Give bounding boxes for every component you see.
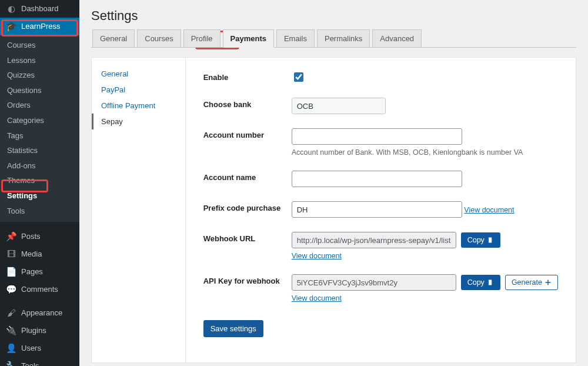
generate-label: Generate: [512, 278, 542, 287]
webhook-copy-button[interactable]: Copy: [461, 232, 500, 248]
pages-icon: 📄: [6, 267, 16, 277]
account-number-label: Account number: [203, 128, 292, 139]
submenu-quizzes[interactable]: Quizzes: [0, 68, 79, 83]
submenu-settings[interactable]: Settings: [0, 188, 79, 204]
menu-comments[interactable]: 💬 Comments: [0, 281, 79, 298]
tab-general[interactable]: General: [92, 29, 135, 47]
settings-card: General PayPal Offline Payment Sepay Ena…: [91, 57, 576, 363]
submenu-orders[interactable]: Orders: [0, 98, 79, 113]
copy-icon: [487, 237, 494, 244]
menu-posts[interactable]: 📌 Posts: [0, 228, 79, 245]
submenu-questions[interactable]: Questions: [0, 83, 79, 98]
apikey-label: API Key for webhook: [203, 274, 292, 285]
main-content: Settings General Courses Profile Payment…: [79, 0, 588, 366]
tab-payments[interactable]: Payments: [223, 29, 274, 48]
apikey-input[interactable]: [292, 274, 456, 291]
tab-emails[interactable]: Emails: [276, 29, 315, 47]
payments-subnav: General PayPal Offline Payment Sepay: [92, 58, 186, 362]
enable-label: Enable: [203, 71, 292, 82]
menu-label: LearnPress: [21, 22, 60, 31]
plus-icon: [544, 279, 552, 286]
save-settings-button[interactable]: Save settings: [203, 320, 263, 337]
tab-courses[interactable]: Courses: [137, 29, 181, 47]
pin-icon: 📌: [6, 231, 16, 242]
submenu-addons[interactable]: Add-ons: [0, 158, 79, 174]
tab-advanced[interactable]: Advanced: [372, 29, 422, 47]
webhook-url-input[interactable]: [292, 232, 456, 248]
submenu-courses[interactable]: Courses: [0, 38, 79, 53]
appearance-icon: 🖌: [6, 308, 16, 318]
choose-bank-label: Choose bank: [203, 98, 292, 109]
plugins-icon: 🔌: [6, 325, 16, 336]
prefix-label: Prefix code purchase: [203, 201, 292, 212]
menu-label: Plugins: [21, 326, 46, 335]
webhook-label: Webhook URL: [203, 232, 292, 243]
menu-tools[interactable]: 🔧 Tools: [0, 357, 79, 366]
webhook-doc-link[interactable]: View document: [292, 252, 342, 260]
menu-pages[interactable]: 📄 Pages: [0, 263, 79, 281]
tab-profile[interactable]: Profile: [183, 29, 220, 47]
submenu-lessons[interactable]: Lessons: [0, 53, 79, 68]
menu-label: Pages: [21, 267, 43, 277]
menu-media[interactable]: 🎞 Media: [0, 245, 79, 263]
learnpress-submenu: Courses Lessons Quizzes Questions Orders…: [0, 35, 79, 222]
dashboard-icon: ◐: [6, 4, 16, 14]
tools-icon: 🔧: [6, 361, 16, 366]
menu-label: Media: [21, 249, 42, 259]
comments-icon: 💬: [6, 284, 16, 295]
menu-dashboard[interactable]: ◐ Dashboard: [0, 0, 79, 18]
menu-appearance[interactable]: 🖌 Appearance: [0, 304, 79, 322]
copy-label: Copy: [467, 278, 485, 287]
menu-plugins[interactable]: 🔌 Plugins: [0, 322, 79, 340]
users-icon: 👤: [6, 343, 16, 354]
menu-label: Dashboard: [21, 4, 59, 14]
account-name-input[interactable]: [292, 171, 462, 187]
subnav-general[interactable]: General: [92, 66, 185, 82]
learnpress-icon: 🎓: [6, 21, 16, 32]
choose-bank-value: OCB: [297, 102, 313, 111]
apikey-generate-button[interactable]: Generate: [505, 275, 558, 290]
prefix-doc-link[interactable]: View document: [464, 206, 514, 214]
subnav-offline[interactable]: Offline Payment: [92, 98, 185, 114]
menu-label: Users: [21, 344, 41, 353]
prefix-input[interactable]: [292, 201, 462, 218]
menu-learnpress[interactable]: 🎓 LearnPress: [0, 18, 79, 35]
copy-icon: [487, 279, 494, 286]
tab-permalinks[interactable]: Permalinks: [317, 29, 370, 47]
account-number-hint: Account number of Bank. With MSB, OCB, K…: [292, 148, 558, 157]
menu-label: Comments: [21, 285, 58, 294]
subnav-paypal[interactable]: PayPal: [92, 82, 185, 98]
settings-tabs: General Courses Profile Payments Emails …: [91, 29, 576, 48]
account-name-label: Account name: [203, 171, 292, 182]
submenu-tags[interactable]: Tags: [0, 128, 79, 144]
submenu-statistics[interactable]: Statistics: [0, 143, 79, 158]
submenu-tools[interactable]: Tools: [0, 204, 79, 219]
enable-checkbox[interactable]: [294, 72, 303, 82]
menu-users[interactable]: 👤 Users: [0, 340, 79, 357]
admin-sidebar: ◐ Dashboard 🎓 LearnPress Courses Lessons…: [0, 0, 79, 366]
menu-label: Appearance: [21, 308, 62, 318]
sepay-form: Enable Choose bank OCB Account number Ac…: [186, 58, 576, 362]
submenu-categories[interactable]: Categories: [0, 113, 79, 128]
menu-label: Tools: [21, 361, 39, 366]
account-number-input[interactable]: [292, 128, 462, 145]
submenu-themes[interactable]: Themes: [0, 173, 79, 188]
page-title: Settings: [91, 8, 576, 24]
menu-label: Posts: [21, 232, 41, 241]
apikey-copy-button[interactable]: Copy: [461, 275, 500, 290]
subnav-sepay[interactable]: Sepay: [92, 114, 185, 129]
apikey-doc-link[interactable]: View document: [292, 294, 342, 302]
media-icon: 🎞: [6, 249, 16, 259]
choose-bank-select[interactable]: OCB: [292, 98, 386, 114]
copy-label: Copy: [467, 236, 485, 244]
